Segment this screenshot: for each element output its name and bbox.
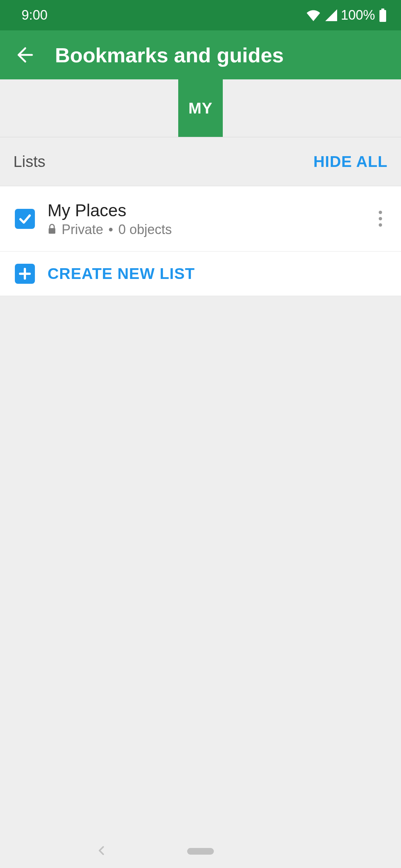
nav-back-button[interactable] xyxy=(97,845,107,857)
wifi-icon xyxy=(306,9,321,21)
page-title: Bookmarks and guides xyxy=(55,43,284,67)
bullet-separator: • xyxy=(108,222,113,237)
checkmark-icon xyxy=(17,211,32,226)
battery-text: 100% xyxy=(341,7,375,23)
lists-label: Lists xyxy=(13,153,45,171)
plus-icon xyxy=(15,264,35,284)
hide-all-button[interactable]: HIDE ALL xyxy=(313,153,388,171)
create-new-list-label: CREATE NEW LIST xyxy=(48,265,195,283)
system-nav-bar xyxy=(0,835,401,868)
list-item-title: My Places xyxy=(48,200,359,220)
svg-rect-2 xyxy=(49,228,55,234)
lock-icon xyxy=(48,222,56,237)
list-checkbox[interactable] xyxy=(15,209,35,229)
svg-rect-0 xyxy=(379,10,386,22)
list-item[interactable]: My Places Private • 0 objects xyxy=(0,186,401,251)
back-arrow-icon xyxy=(15,45,34,65)
create-new-list-button[interactable]: CREATE NEW LIST xyxy=(0,251,401,296)
back-button[interactable] xyxy=(12,42,37,68)
app-bar: Bookmarks and guides xyxy=(0,30,401,79)
tab-my-label: MY xyxy=(189,99,213,117)
nav-home-pill[interactable] xyxy=(187,848,214,855)
list-item-subtitle: Private • 0 objects xyxy=(48,222,359,237)
status-icons: 100% xyxy=(306,7,387,23)
tab-my[interactable]: MY xyxy=(178,79,223,137)
list-item-text: My Places Private • 0 objects xyxy=(48,200,359,237)
status-bar: 9:00 100% xyxy=(0,0,401,30)
list-item-menu-button[interactable] xyxy=(371,207,389,230)
list-privacy: Private xyxy=(62,222,103,237)
tabs-row: MY xyxy=(0,79,401,137)
status-time: 9:00 xyxy=(22,7,48,23)
signal-icon xyxy=(325,9,337,21)
battery-icon xyxy=(379,9,387,22)
svg-rect-1 xyxy=(381,9,384,10)
list-count: 0 objects xyxy=(118,222,172,237)
lists-section-header: Lists HIDE ALL xyxy=(0,137,401,186)
